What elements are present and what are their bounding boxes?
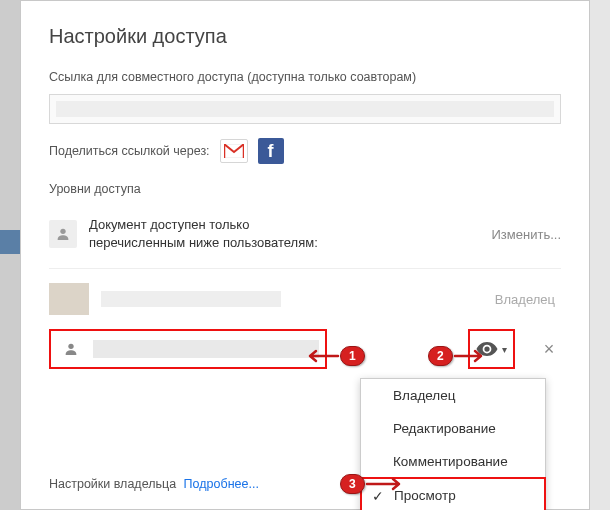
learn-more-link[interactable]: Подробнее...	[184, 477, 259, 491]
dropdown-item-edit[interactable]: Редактирование	[361, 412, 545, 445]
eye-icon	[476, 342, 498, 356]
redacted-owner-name	[101, 291, 281, 307]
owner-row: Владелец	[49, 275, 561, 323]
person-icon	[57, 335, 85, 363]
svg-point-2	[68, 344, 73, 349]
gmail-icon	[224, 144, 244, 158]
share-via-label: Поделиться ссылкой через:	[49, 144, 210, 158]
owner-role-label: Владелец	[495, 292, 561, 307]
access-levels-label: Уровни доступа	[49, 182, 561, 196]
owner-settings-footer: Настройки владельца Подробнее...	[49, 477, 259, 491]
facebook-share-button[interactable]: f	[258, 138, 284, 164]
permission-dropdown-button[interactable]: ▾	[468, 329, 515, 369]
dropdown-item-view[interactable]: Просмотр	[360, 477, 546, 510]
dialog-title: Настройки доступа	[49, 25, 561, 48]
link-section-label: Ссылка для совместного доступа (доступна…	[49, 70, 561, 84]
dropdown-item-comment[interactable]: Комментирование	[361, 445, 545, 478]
change-access-link[interactable]: Изменить...	[492, 227, 561, 242]
owner-avatar	[49, 283, 89, 315]
facebook-icon: f	[268, 141, 274, 162]
dropdown-item-owner[interactable]: Владелец	[361, 379, 545, 412]
remove-person-button[interactable]: ×	[537, 339, 561, 360]
share-link-input[interactable]	[49, 94, 561, 124]
restricted-access-text: Документ доступен только перечисленным н…	[89, 216, 480, 252]
add-people-input-highlight	[49, 329, 327, 369]
person-icon	[49, 220, 77, 248]
svg-point-1	[60, 229, 65, 234]
permission-dropdown-menu: Владелец Редактирование Комментирование …	[360, 378, 546, 510]
gmail-share-button[interactable]	[220, 139, 248, 163]
redacted-link	[56, 101, 554, 117]
caret-down-icon: ▾	[502, 344, 507, 355]
add-people-input[interactable]	[93, 340, 319, 358]
